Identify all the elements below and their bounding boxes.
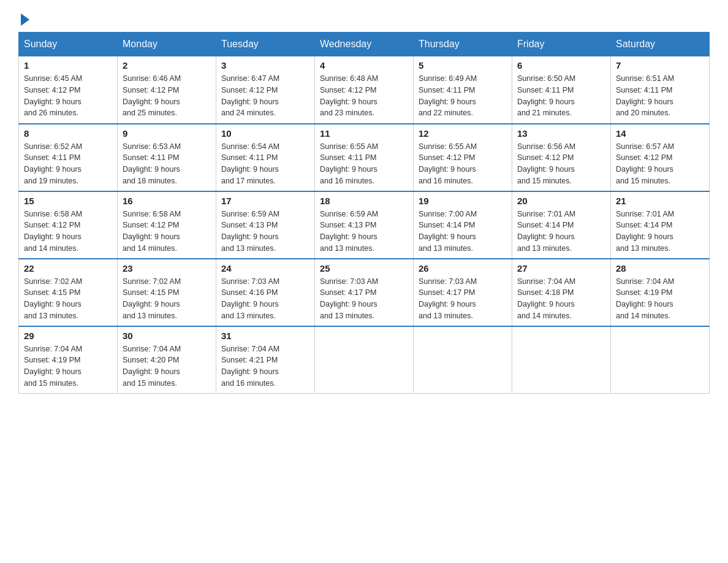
day-info: Sunrise: 6:58 AMSunset: 4:12 PMDaylight:… [24,209,112,255]
day-number: 25 [320,263,408,274]
day-info: Sunrise: 7:02 AMSunset: 4:15 PMDaylight:… [123,276,211,322]
logo-arrow-icon [21,13,29,26]
day-info: Sunrise: 6:59 AMSunset: 4:13 PMDaylight:… [320,209,408,255]
weekday-header-friday: Friday [512,33,611,56]
calendar-cell [315,326,414,394]
day-number: 2 [123,60,211,71]
calendar-cell: 15 Sunrise: 6:58 AMSunset: 4:12 PMDaylig… [19,191,118,259]
calendar-cell: 25 Sunrise: 7:03 AMSunset: 4:17 PMDaylig… [315,259,414,326]
day-number: 3 [221,60,309,71]
calendar-cell: 20 Sunrise: 7:01 AMSunset: 4:14 PMDaylig… [512,191,611,259]
calendar-cell: 27 Sunrise: 7:04 AMSunset: 4:18 PMDaylig… [512,259,611,326]
day-number: 14 [616,128,704,139]
week-row-5: 29 Sunrise: 7:04 AMSunset: 4:19 PMDaylig… [19,326,710,394]
calendar-cell: 29 Sunrise: 7:04 AMSunset: 4:19 PMDaylig… [19,326,118,394]
calendar-cell: 24 Sunrise: 7:03 AMSunset: 4:16 PMDaylig… [216,259,315,326]
calendar-cell: 22 Sunrise: 7:02 AMSunset: 4:15 PMDaylig… [19,259,118,326]
day-info: Sunrise: 6:45 AMSunset: 4:12 PMDaylight:… [24,73,112,119]
day-info: Sunrise: 6:54 AMSunset: 4:11 PMDaylight:… [221,141,309,187]
calendar-cell: 19 Sunrise: 7:00 AMSunset: 4:14 PMDaylig… [414,191,512,259]
day-number: 29 [24,331,112,341]
logo-blue-text [18,12,29,26]
weekday-header-thursday: Thursday [414,33,512,56]
day-number: 1 [24,60,112,71]
calendar-cell: 9 Sunrise: 6:53 AMSunset: 4:11 PMDayligh… [118,124,216,191]
calendar-cell: 21 Sunrise: 7:01 AMSunset: 4:14 PMDaylig… [611,191,710,259]
weekday-header-saturday: Saturday [611,33,710,56]
page-header [18,12,710,26]
logo [18,12,29,26]
calendar-cell: 8 Sunrise: 6:52 AMSunset: 4:11 PMDayligh… [19,124,118,191]
calendar-cell [414,326,512,394]
day-info: Sunrise: 6:58 AMSunset: 4:12 PMDaylight:… [123,209,211,255]
calendar-cell: 3 Sunrise: 6:47 AMSunset: 4:12 PMDayligh… [216,56,315,124]
calendar-cell: 26 Sunrise: 7:03 AMSunset: 4:17 PMDaylig… [414,259,512,326]
day-info: Sunrise: 6:50 AMSunset: 4:11 PMDaylight:… [517,73,605,119]
week-row-2: 8 Sunrise: 6:52 AMSunset: 4:11 PMDayligh… [19,124,710,191]
calendar-cell: 12 Sunrise: 6:55 AMSunset: 4:12 PMDaylig… [414,124,512,191]
day-info: Sunrise: 7:01 AMSunset: 4:14 PMDaylight:… [616,209,704,255]
day-number: 5 [419,60,507,71]
day-number: 12 [419,128,507,139]
calendar-cell: 23 Sunrise: 7:02 AMSunset: 4:15 PMDaylig… [118,259,216,326]
day-number: 11 [320,128,408,139]
calendar-cell: 7 Sunrise: 6:51 AMSunset: 4:11 PMDayligh… [611,56,710,124]
day-info: Sunrise: 6:51 AMSunset: 4:11 PMDaylight:… [616,73,704,119]
calendar-cell [512,326,611,394]
calendar-cell: 1 Sunrise: 6:45 AMSunset: 4:12 PMDayligh… [19,56,118,124]
day-number: 7 [616,60,704,71]
day-info: Sunrise: 6:52 AMSunset: 4:11 PMDaylight:… [24,141,112,187]
day-number: 28 [616,263,704,274]
day-number: 8 [24,128,112,139]
week-row-3: 15 Sunrise: 6:58 AMSunset: 4:12 PMDaylig… [19,191,710,259]
day-info: Sunrise: 7:04 AMSunset: 4:19 PMDaylight:… [24,343,112,389]
day-info: Sunrise: 6:46 AMSunset: 4:12 PMDaylight:… [123,73,211,119]
day-number: 27 [517,263,605,274]
week-row-4: 22 Sunrise: 7:02 AMSunset: 4:15 PMDaylig… [19,259,710,326]
day-number: 17 [221,196,309,206]
weekday-header-row: SundayMondayTuesdayWednesdayThursdayFrid… [19,33,710,56]
day-number: 18 [320,196,408,206]
day-info: Sunrise: 7:04 AMSunset: 4:18 PMDaylight:… [517,276,605,322]
weekday-header-monday: Monday [118,33,216,56]
day-number: 4 [320,60,408,71]
day-info: Sunrise: 7:03 AMSunset: 4:17 PMDaylight:… [419,276,507,322]
day-number: 26 [419,263,507,274]
day-number: 24 [221,263,309,274]
day-info: Sunrise: 6:55 AMSunset: 4:12 PMDaylight:… [419,141,507,187]
day-info: Sunrise: 7:04 AMSunset: 4:19 PMDaylight:… [616,276,704,322]
calendar-cell: 13 Sunrise: 6:56 AMSunset: 4:12 PMDaylig… [512,124,611,191]
day-number: 9 [123,128,211,139]
calendar-cell: 16 Sunrise: 6:58 AMSunset: 4:12 PMDaylig… [118,191,216,259]
calendar-cell: 11 Sunrise: 6:55 AMSunset: 4:11 PMDaylig… [315,124,414,191]
calendar-cell: 10 Sunrise: 6:54 AMSunset: 4:11 PMDaylig… [216,124,315,191]
day-info: Sunrise: 6:47 AMSunset: 4:12 PMDaylight:… [221,73,309,119]
day-number: 31 [221,331,309,341]
day-number: 10 [221,128,309,139]
day-number: 21 [616,196,704,206]
day-info: Sunrise: 6:48 AMSunset: 4:12 PMDaylight:… [320,73,408,119]
day-info: Sunrise: 6:57 AMSunset: 4:12 PMDaylight:… [616,141,704,187]
calendar-cell: 5 Sunrise: 6:49 AMSunset: 4:11 PMDayligh… [414,56,512,124]
day-info: Sunrise: 6:56 AMSunset: 4:12 PMDaylight:… [517,141,605,187]
calendar-cell: 2 Sunrise: 6:46 AMSunset: 4:12 PMDayligh… [118,56,216,124]
day-number: 6 [517,60,605,71]
day-number: 30 [123,331,211,341]
calendar-cell: 30 Sunrise: 7:04 AMSunset: 4:20 PMDaylig… [118,326,216,394]
calendar-cell: 31 Sunrise: 7:04 AMSunset: 4:21 PMDaylig… [216,326,315,394]
day-info: Sunrise: 7:02 AMSunset: 4:15 PMDaylight:… [24,276,112,322]
day-info: Sunrise: 6:55 AMSunset: 4:11 PMDaylight:… [320,141,408,187]
day-info: Sunrise: 7:03 AMSunset: 4:16 PMDaylight:… [221,276,309,322]
day-number: 13 [517,128,605,139]
day-number: 15 [24,196,112,206]
calendar-table: SundayMondayTuesdayWednesdayThursdayFrid… [18,32,710,394]
day-info: Sunrise: 7:00 AMSunset: 4:14 PMDaylight:… [419,209,507,255]
day-info: Sunrise: 7:03 AMSunset: 4:17 PMDaylight:… [320,276,408,322]
day-info: Sunrise: 6:53 AMSunset: 4:11 PMDaylight:… [123,141,211,187]
calendar-cell: 4 Sunrise: 6:48 AMSunset: 4:12 PMDayligh… [315,56,414,124]
day-info: Sunrise: 7:01 AMSunset: 4:14 PMDaylight:… [517,209,605,255]
weekday-header-wednesday: Wednesday [315,33,414,56]
calendar-cell: 18 Sunrise: 6:59 AMSunset: 4:13 PMDaylig… [315,191,414,259]
day-number: 20 [517,196,605,206]
day-info: Sunrise: 7:04 AMSunset: 4:21 PMDaylight:… [221,343,309,389]
